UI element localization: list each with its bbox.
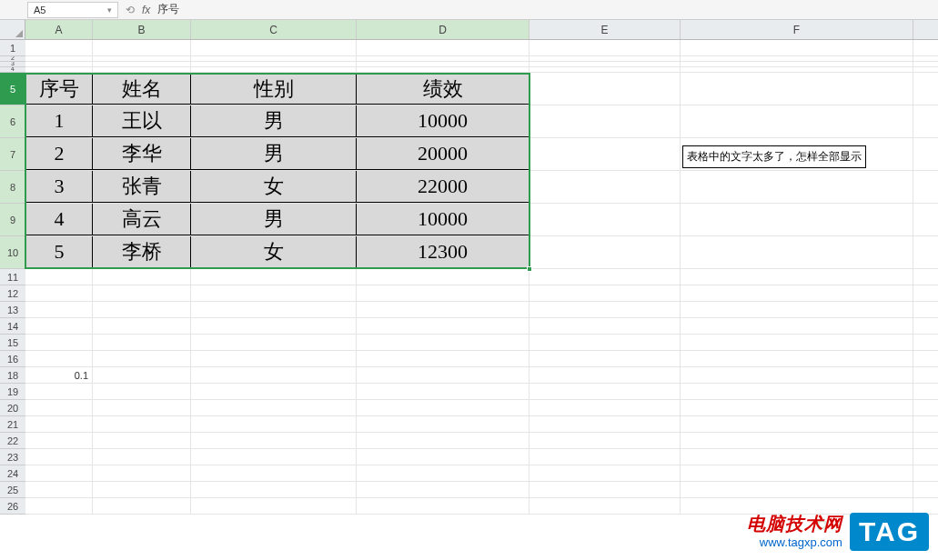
table-cell[interactable]: 李华 (93, 138, 191, 170)
table-header-cell[interactable]: 性别 (191, 73, 357, 105)
column-header[interactable]: C (191, 20, 357, 39)
watermark-url: www.tagxp.com (747, 535, 842, 551)
row-header[interactable]: 10 (0, 236, 25, 269)
row-header[interactable]: 1 (0, 40, 25, 56)
row-header[interactable]: 24 (0, 465, 25, 482)
watermark-tag-badge: TAG (850, 513, 929, 551)
table-cell[interactable]: 男 (191, 138, 357, 170)
table-cell[interactable]: 20000 (357, 138, 530, 170)
table-cell[interactable]: 张青 (93, 171, 191, 203)
column-headers: A B C D E F (25, 20, 938, 40)
row-header[interactable]: 18 (0, 367, 25, 384)
fx-icon[interactable]: fx (142, 4, 150, 16)
row-header[interactable]: 16 (0, 351, 25, 367)
row-header[interactable]: 15 (0, 335, 25, 351)
row-header[interactable]: 5 (0, 73, 25, 105)
column-header[interactable]: B (93, 20, 191, 39)
formula-bar-input[interactable]: 序号 (157, 2, 179, 17)
cancel-icon[interactable]: ⟲ (126, 4, 135, 16)
table-cell[interactable]: 10000 (357, 204, 530, 235)
table-cell[interactable]: 女 (191, 171, 357, 203)
row-header[interactable]: 26 (0, 498, 25, 515)
row-header[interactable]: 12 (0, 285, 25, 302)
column-header[interactable]: F (681, 20, 913, 39)
name-box[interactable]: A5 ▾ (27, 2, 118, 18)
table-cell[interactable]: 12300 (357, 236, 530, 268)
fill-handle[interactable] (527, 266, 532, 272)
table-cell[interactable]: 高云 (93, 204, 191, 235)
table-cell[interactable]: 4 (25, 204, 93, 235)
cell-a18[interactable]: 0.1 (25, 367, 93, 383)
row-header[interactable]: 13 (0, 302, 25, 318)
table-cell[interactable]: 5 (25, 236, 93, 268)
row-header[interactable]: 11 (0, 269, 25, 285)
table-cell[interactable]: 李桥 (93, 236, 191, 268)
table-cell[interactable]: 男 (191, 105, 357, 137)
row-header[interactable]: 21 (0, 416, 25, 433)
watermark: 电脑技术网 www.tagxp.com TAG (747, 512, 929, 551)
row-header[interactable]: 19 (0, 384, 25, 400)
table-header-cell[interactable]: 序号 (25, 73, 93, 105)
row-header[interactable]: 23 (0, 449, 25, 465)
grid[interactable]: 序号 姓名 性别 绩效 1 王以 男 10000 2 李华 男 20000 (25, 40, 938, 515)
table-cell[interactable]: 男 (191, 204, 357, 235)
table-header-cell[interactable]: 绩效 (357, 73, 530, 105)
column-header[interactable]: A (25, 20, 93, 39)
row-header[interactable]: 8 (0, 171, 25, 204)
row-header[interactable]: 25 (0, 482, 25, 498)
row-header[interactable]: 7 (0, 138, 25, 171)
note-text-box[interactable]: 表格中的文字太多了，怎样全部显示 (682, 145, 866, 168)
table-cell[interactable]: 1 (25, 105, 93, 137)
row-header[interactable]: 20 (0, 400, 25, 416)
formula-bar-row: A5 ▾ ⟲ fx 序号 (0, 0, 938, 20)
column-header[interactable]: E (530, 20, 681, 39)
table-header-cell[interactable]: 姓名 (93, 73, 191, 105)
table-cell[interactable]: 女 (191, 236, 357, 268)
name-box-value: A5 (34, 5, 45, 15)
row-header[interactable]: 6 (0, 105, 25, 138)
chevron-down-icon[interactable]: ▾ (107, 5, 112, 15)
table-cell[interactable]: 22000 (357, 171, 530, 203)
select-all-corner[interactable] (0, 20, 25, 40)
row-header[interactable]: 9 (0, 204, 25, 236)
watermark-title: 电脑技术网 (747, 512, 842, 535)
table-cell[interactable]: 王以 (93, 105, 191, 137)
table-cell[interactable]: 10000 (357, 105, 530, 137)
row-header[interactable]: 22 (0, 433, 25, 449)
table-cell[interactable]: 2 (25, 138, 93, 170)
spreadsheet-area: 1 2 3 4 5 6 7 8 9 10 11 12 13 14 15 16 1… (0, 20, 938, 560)
row-header[interactable]: 14 (0, 318, 25, 335)
table-cell[interactable]: 3 (25, 171, 93, 203)
column-header[interactable]: D (357, 20, 530, 39)
